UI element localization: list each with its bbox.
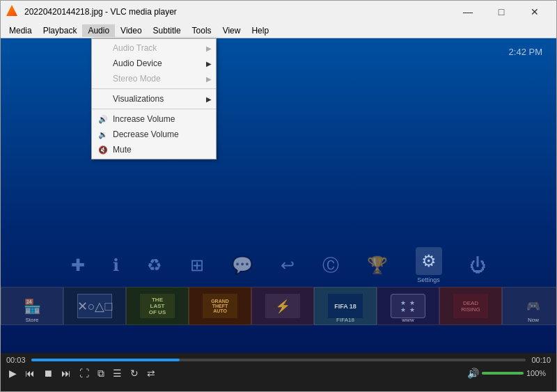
menu-view[interactable]: View (217, 24, 246, 37)
thumb-now[interactable]: 🎮 Now (502, 287, 556, 325)
ps-icon-grid[interactable]: ⊞ (190, 256, 204, 275)
progress-row: 00:03 00:10 (6, 356, 551, 364)
vlc-logo (6, 5, 20, 19)
menu-decrease-volume[interactable]: 🔉 Decrease Volume (92, 127, 216, 142)
video-area[interactable]: 2:42 PM ✚ ℹ ♻ ⊞ 💬 ↩ Ⓒ (1, 38, 556, 353)
audio-dropdown: ▶ Audio Track ▶ Audio Device ▶ Stereo Mo… (91, 38, 217, 159)
vlc-window: 20220420144218.jpg - VLC media player — … (0, 0, 557, 392)
menu-visualizations[interactable]: ▶ Visualizations (92, 91, 216, 107)
volume-icon: 🔊 (467, 368, 479, 379)
arrow-icon: ▶ (206, 95, 212, 103)
volume-down-icon: 🔉 (97, 130, 109, 139)
volume-bar[interactable] (482, 372, 524, 375)
ps-icon-back[interactable]: ↩ (281, 256, 295, 275)
next-button[interactable]: ⏭ (58, 367, 74, 379)
ps-icon-add[interactable]: ✚ (71, 256, 85, 275)
menu-audio[interactable]: Audio (82, 24, 115, 37)
progress-bar[interactable] (31, 359, 526, 361)
menu-audio-device[interactable]: ▶ Audio Device (92, 56, 216, 71)
menu-help[interactable]: Help (246, 24, 274, 37)
thumb-gta[interactable]: GRANDTHEFTAUTO (189, 287, 251, 325)
volume-area: 🔊 100% (467, 368, 551, 379)
menu-media[interactable]: Media (3, 24, 38, 37)
volume-fill (482, 372, 524, 375)
thumb-fifa[interactable]: FIFA 18 FIFA18 (314, 287, 377, 325)
separator (92, 88, 216, 89)
thumb-game3[interactable]: DEADRISING (439, 287, 502, 325)
extended-button[interactable]: ⧉ (95, 367, 107, 379)
maximize-button[interactable]: □ (485, 1, 517, 23)
menu-audio-track[interactable]: ▶ Audio Track (92, 40, 216, 56)
fullscreen-button[interactable]: ⛶ (77, 367, 92, 379)
volume-label: 100% (526, 369, 551, 377)
controls-row: ▶ ⏮ ⏹ ⏭ ⛶ ⧉ ☰ ↻ ⇄ 🔊 100% (6, 367, 551, 379)
volume-up-icon: 🔊 (97, 115, 109, 124)
title-bar: 20220420144218.jpg - VLC media player — … (1, 1, 556, 23)
thumb-game2[interactable]: ⚡ (251, 287, 314, 325)
close-button[interactable]: ✕ (519, 1, 551, 23)
arrow-icon: ▶ (206, 45, 212, 52)
minimize-button[interactable]: — (452, 1, 484, 23)
system-time: 2:42 PM (509, 47, 542, 57)
menu-subtitle[interactable]: Subtitle (148, 24, 187, 37)
menu-increase-volume[interactable]: 🔊 Increase Volume (92, 111, 216, 127)
playlist-button[interactable]: ☰ (110, 367, 125, 379)
prev-button[interactable]: ⏮ (22, 367, 38, 379)
menu-playback[interactable]: Playback (38, 24, 83, 37)
menu-bar: Media Playback Audio Video Subtitle Tool… (1, 23, 556, 38)
separator (92, 109, 216, 109)
arrow-icon: ▶ (206, 60, 212, 68)
thumbnails-row: 🏪 Store ✕○△□ THELASTOF US GRANDTHEFTAUTO (1, 287, 556, 325)
menu-stereo-mode[interactable]: ▶ Stereo Mode (92, 71, 216, 86)
ps-icon-playstation[interactable]: Ⓒ (322, 254, 339, 276)
progress-fill (31, 359, 180, 361)
window-controls: — □ ✕ (452, 1, 551, 23)
ps-icon-friends[interactable]: ♻ (147, 256, 162, 275)
thumb-store[interactable]: 🏪 Store (1, 287, 63, 325)
play-button[interactable]: ▶ (6, 367, 19, 379)
ps-icon-trophies[interactable]: 🏆 (367, 256, 388, 275)
current-time: 00:03 (6, 356, 27, 364)
thumb-tlou[interactable]: THELASTOF US (126, 287, 189, 325)
stop-button[interactable]: ⏹ (40, 367, 56, 379)
random-button[interactable]: ⇄ (144, 367, 158, 379)
thumb-game1[interactable]: ✕○△□ (63, 287, 126, 325)
control-bar: 00:03 00:10 ▶ ⏮ ⏹ ⏭ ⛶ ⧉ ☰ ↻ ⇄ 🔊 100% (1, 353, 556, 391)
thumb-www[interactable]: ★ ★★ ★ www (377, 287, 439, 325)
ps-icon-settings[interactable]: ⚙ Settings (416, 247, 442, 283)
menu-mute[interactable]: 🔇 Mute (92, 142, 216, 157)
ps-icon-messages[interactable]: 💬 (232, 256, 253, 275)
ps-icons-row: ✚ ℹ ♻ ⊞ 💬 ↩ Ⓒ 🏆 ⚙ (1, 247, 556, 283)
menu-tools[interactable]: Tools (187, 24, 217, 37)
arrow-icon: ▶ (206, 75, 212, 83)
mute-icon: 🔇 (97, 146, 109, 155)
ps-icon-info[interactable]: ℹ (113, 256, 119, 275)
ps-icon-power[interactable]: ⏻ (470, 256, 487, 275)
window-title: 20220420144218.jpg - VLC media player (24, 7, 452, 17)
total-time: 00:10 (530, 356, 551, 364)
loop-button[interactable]: ↻ (127, 367, 141, 379)
menu-video[interactable]: Video (115, 24, 147, 37)
